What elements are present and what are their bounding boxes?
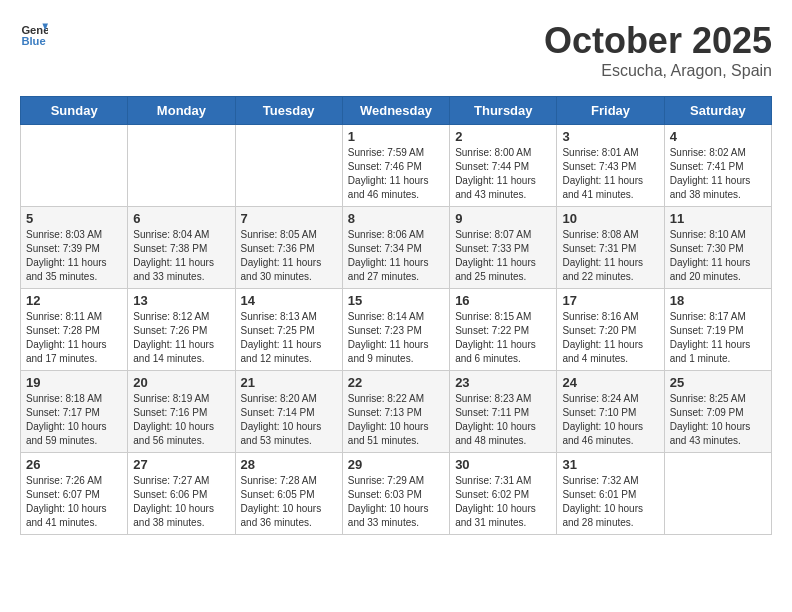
day-info: Sunrise: 8:14 AM Sunset: 7:23 PM Dayligh… — [348, 310, 444, 366]
day-number: 11 — [670, 211, 766, 226]
day-info: Sunrise: 8:05 AM Sunset: 7:36 PM Dayligh… — [241, 228, 337, 284]
calendar-cell: 30Sunrise: 7:31 AM Sunset: 6:02 PM Dayli… — [450, 453, 557, 535]
day-number: 4 — [670, 129, 766, 144]
day-info: Sunrise: 8:23 AM Sunset: 7:11 PM Dayligh… — [455, 392, 551, 448]
calendar-cell: 5Sunrise: 8:03 AM Sunset: 7:39 PM Daylig… — [21, 207, 128, 289]
day-number: 7 — [241, 211, 337, 226]
day-info: Sunrise: 8:17 AM Sunset: 7:19 PM Dayligh… — [670, 310, 766, 366]
day-info: Sunrise: 8:12 AM Sunset: 7:26 PM Dayligh… — [133, 310, 229, 366]
day-info: Sunrise: 7:31 AM Sunset: 6:02 PM Dayligh… — [455, 474, 551, 530]
calendar-cell: 13Sunrise: 8:12 AM Sunset: 7:26 PM Dayli… — [128, 289, 235, 371]
calendar-cell — [21, 125, 128, 207]
day-number: 21 — [241, 375, 337, 390]
day-number: 19 — [26, 375, 122, 390]
day-number: 25 — [670, 375, 766, 390]
day-info: Sunrise: 7:28 AM Sunset: 6:05 PM Dayligh… — [241, 474, 337, 530]
calendar-week-row-1: 5Sunrise: 8:03 AM Sunset: 7:39 PM Daylig… — [21, 207, 772, 289]
logo: General Blue — [20, 20, 48, 48]
day-info: Sunrise: 8:00 AM Sunset: 7:44 PM Dayligh… — [455, 146, 551, 202]
svg-text:Blue: Blue — [21, 35, 45, 47]
day-info: Sunrise: 8:11 AM Sunset: 7:28 PM Dayligh… — [26, 310, 122, 366]
day-number: 23 — [455, 375, 551, 390]
month-title: October 2025 — [544, 20, 772, 62]
calendar-cell: 28Sunrise: 7:28 AM Sunset: 6:05 PM Dayli… — [235, 453, 342, 535]
logo-icon: General Blue — [20, 20, 48, 48]
day-number: 26 — [26, 457, 122, 472]
calendar-week-row-2: 12Sunrise: 8:11 AM Sunset: 7:28 PM Dayli… — [21, 289, 772, 371]
calendar-table: SundayMondayTuesdayWednesdayThursdayFrid… — [20, 96, 772, 535]
calendar-cell: 9Sunrise: 8:07 AM Sunset: 7:33 PM Daylig… — [450, 207, 557, 289]
day-info: Sunrise: 8:02 AM Sunset: 7:41 PM Dayligh… — [670, 146, 766, 202]
weekday-header-thursday: Thursday — [450, 97, 557, 125]
day-number: 27 — [133, 457, 229, 472]
calendar-cell: 10Sunrise: 8:08 AM Sunset: 7:31 PM Dayli… — [557, 207, 664, 289]
day-number: 13 — [133, 293, 229, 308]
calendar-cell: 15Sunrise: 8:14 AM Sunset: 7:23 PM Dayli… — [342, 289, 449, 371]
page-header: General Blue October 2025 Escucha, Arago… — [20, 20, 772, 80]
calendar-cell: 25Sunrise: 8:25 AM Sunset: 7:09 PM Dayli… — [664, 371, 771, 453]
weekday-header-tuesday: Tuesday — [235, 97, 342, 125]
calendar-cell: 16Sunrise: 8:15 AM Sunset: 7:22 PM Dayli… — [450, 289, 557, 371]
calendar-cell: 27Sunrise: 7:27 AM Sunset: 6:06 PM Dayli… — [128, 453, 235, 535]
calendar-cell: 12Sunrise: 8:11 AM Sunset: 7:28 PM Dayli… — [21, 289, 128, 371]
day-number: 10 — [562, 211, 658, 226]
day-info: Sunrise: 8:08 AM Sunset: 7:31 PM Dayligh… — [562, 228, 658, 284]
day-info: Sunrise: 7:27 AM Sunset: 6:06 PM Dayligh… — [133, 474, 229, 530]
day-number: 2 — [455, 129, 551, 144]
calendar-cell: 21Sunrise: 8:20 AM Sunset: 7:14 PM Dayli… — [235, 371, 342, 453]
weekday-header-wednesday: Wednesday — [342, 97, 449, 125]
calendar-cell: 26Sunrise: 7:26 AM Sunset: 6:07 PM Dayli… — [21, 453, 128, 535]
day-number: 3 — [562, 129, 658, 144]
day-number: 6 — [133, 211, 229, 226]
day-info: Sunrise: 8:22 AM Sunset: 7:13 PM Dayligh… — [348, 392, 444, 448]
day-number: 22 — [348, 375, 444, 390]
calendar-cell: 18Sunrise: 8:17 AM Sunset: 7:19 PM Dayli… — [664, 289, 771, 371]
day-info: Sunrise: 8:18 AM Sunset: 7:17 PM Dayligh… — [26, 392, 122, 448]
day-number: 5 — [26, 211, 122, 226]
calendar-cell — [664, 453, 771, 535]
calendar-cell: 3Sunrise: 8:01 AM Sunset: 7:43 PM Daylig… — [557, 125, 664, 207]
day-number: 18 — [670, 293, 766, 308]
day-info: Sunrise: 8:15 AM Sunset: 7:22 PM Dayligh… — [455, 310, 551, 366]
calendar-week-row-0: 1Sunrise: 7:59 AM Sunset: 7:46 PM Daylig… — [21, 125, 772, 207]
day-number: 17 — [562, 293, 658, 308]
day-info: Sunrise: 8:16 AM Sunset: 7:20 PM Dayligh… — [562, 310, 658, 366]
day-number: 31 — [562, 457, 658, 472]
day-number: 15 — [348, 293, 444, 308]
calendar-cell: 31Sunrise: 7:32 AM Sunset: 6:01 PM Dayli… — [557, 453, 664, 535]
calendar-week-row-4: 26Sunrise: 7:26 AM Sunset: 6:07 PM Dayli… — [21, 453, 772, 535]
calendar-cell — [235, 125, 342, 207]
calendar-cell — [128, 125, 235, 207]
weekday-header-row: SundayMondayTuesdayWednesdayThursdayFrid… — [21, 97, 772, 125]
calendar-cell: 23Sunrise: 8:23 AM Sunset: 7:11 PM Dayli… — [450, 371, 557, 453]
weekday-header-friday: Friday — [557, 97, 664, 125]
day-number: 8 — [348, 211, 444, 226]
day-info: Sunrise: 8:13 AM Sunset: 7:25 PM Dayligh… — [241, 310, 337, 366]
day-number: 16 — [455, 293, 551, 308]
location: Escucha, Aragon, Spain — [544, 62, 772, 80]
calendar-cell: 7Sunrise: 8:05 AM Sunset: 7:36 PM Daylig… — [235, 207, 342, 289]
day-number: 12 — [26, 293, 122, 308]
calendar-cell: 6Sunrise: 8:04 AM Sunset: 7:38 PM Daylig… — [128, 207, 235, 289]
day-number: 9 — [455, 211, 551, 226]
calendar-cell: 11Sunrise: 8:10 AM Sunset: 7:30 PM Dayli… — [664, 207, 771, 289]
day-number: 14 — [241, 293, 337, 308]
day-number: 28 — [241, 457, 337, 472]
calendar-cell: 19Sunrise: 8:18 AM Sunset: 7:17 PM Dayli… — [21, 371, 128, 453]
calendar-cell: 29Sunrise: 7:29 AM Sunset: 6:03 PM Dayli… — [342, 453, 449, 535]
calendar-cell: 8Sunrise: 8:06 AM Sunset: 7:34 PM Daylig… — [342, 207, 449, 289]
day-info: Sunrise: 8:10 AM Sunset: 7:30 PM Dayligh… — [670, 228, 766, 284]
calendar-cell: 2Sunrise: 8:00 AM Sunset: 7:44 PM Daylig… — [450, 125, 557, 207]
calendar-cell: 24Sunrise: 8:24 AM Sunset: 7:10 PM Dayli… — [557, 371, 664, 453]
weekday-header-saturday: Saturday — [664, 97, 771, 125]
calendar-week-row-3: 19Sunrise: 8:18 AM Sunset: 7:17 PM Dayli… — [21, 371, 772, 453]
day-number: 29 — [348, 457, 444, 472]
calendar-cell: 1Sunrise: 7:59 AM Sunset: 7:46 PM Daylig… — [342, 125, 449, 207]
day-info: Sunrise: 8:04 AM Sunset: 7:38 PM Dayligh… — [133, 228, 229, 284]
day-info: Sunrise: 8:24 AM Sunset: 7:10 PM Dayligh… — [562, 392, 658, 448]
day-info: Sunrise: 8:20 AM Sunset: 7:14 PM Dayligh… — [241, 392, 337, 448]
day-info: Sunrise: 8:01 AM Sunset: 7:43 PM Dayligh… — [562, 146, 658, 202]
day-number: 1 — [348, 129, 444, 144]
day-info: Sunrise: 7:26 AM Sunset: 6:07 PM Dayligh… — [26, 474, 122, 530]
day-info: Sunrise: 8:25 AM Sunset: 7:09 PM Dayligh… — [670, 392, 766, 448]
